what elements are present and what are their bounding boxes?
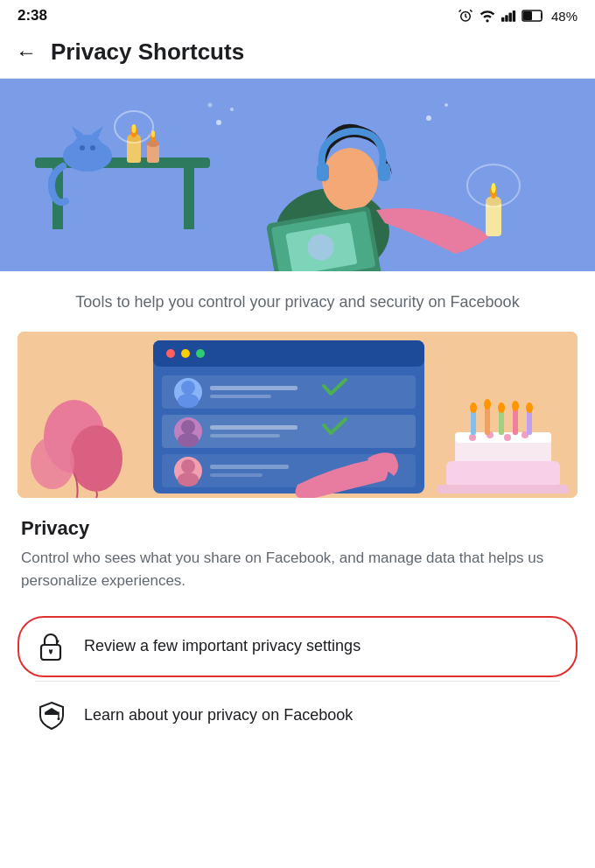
svg-point-41	[208, 103, 213, 108]
svg-point-25	[151, 130, 155, 137]
svg-point-16	[90, 145, 95, 150]
nav-bar: ← Privacy Shortcuts	[0, 30, 595, 79]
svg-point-27	[322, 148, 378, 211]
svg-rect-71	[210, 473, 262, 477]
svg-rect-70	[210, 465, 289, 469]
svg-rect-82	[513, 409, 518, 435]
svg-point-15	[80, 145, 85, 150]
svg-point-43	[444, 103, 448, 107]
page-title: Privacy Shortcuts	[51, 38, 244, 66]
privacy-title: Privacy	[21, 517, 574, 540]
svg-rect-3	[508, 13, 511, 22]
svg-point-51	[166, 349, 175, 358]
svg-point-53	[196, 349, 205, 358]
svg-rect-83	[527, 410, 532, 435]
back-button[interactable]: ←	[16, 40, 37, 65]
svg-rect-50	[153, 340, 424, 367]
svg-rect-59	[210, 395, 271, 398]
svg-point-37	[492, 183, 496, 193]
svg-point-56	[181, 381, 195, 395]
svg-point-42	[426, 116, 431, 121]
status-bar: 2:38 48%	[0, 0, 595, 30]
hero-banner	[0, 79, 595, 271]
privacy-section: Privacy Control who sees what you share …	[0, 498, 595, 607]
svg-point-68	[181, 459, 195, 473]
svg-point-40	[230, 108, 234, 111]
svg-point-77	[504, 434, 511, 441]
svg-rect-80	[485, 407, 490, 435]
action-divider	[35, 681, 560, 682]
svg-rect-79	[471, 410, 476, 435]
svg-point-47	[31, 437, 74, 489]
hero-illustration	[0, 79, 595, 271]
svg-rect-81	[499, 410, 504, 435]
review-settings-label: Review a few important privacy settings	[84, 636, 360, 656]
privacy-illustration	[18, 332, 578, 498]
svg-point-63	[178, 433, 199, 447]
svg-point-52	[181, 349, 190, 358]
signal-icon	[501, 9, 516, 23]
review-settings-item[interactable]: Review a few important privacy settings	[18, 616, 578, 677]
svg-rect-28	[317, 164, 329, 181]
learn-privacy-item[interactable]: Learn about your privacy on Facebook	[18, 685, 578, 746]
svg-point-62	[181, 420, 195, 434]
svg-rect-1	[501, 18, 504, 22]
svg-rect-73	[446, 461, 560, 487]
svg-rect-65	[210, 434, 280, 438]
svg-point-46	[70, 425, 122, 492]
svg-rect-2	[505, 15, 508, 22]
privacy-card-illustration	[18, 332, 578, 498]
battery-percent: 48%	[551, 9, 578, 24]
graduation-shield-icon	[35, 699, 68, 732]
svg-point-84	[470, 402, 477, 413]
svg-point-12	[72, 135, 103, 163]
subtitle-text: Tools to help you control your privacy a…	[35, 290, 560, 314]
status-time: 2:38	[18, 7, 47, 24]
svg-point-88	[526, 402, 533, 413]
lock-heart-icon	[35, 630, 68, 663]
wifi-icon	[479, 9, 496, 23]
svg-point-20	[132, 124, 136, 133]
svg-rect-29	[378, 164, 390, 181]
svg-point-86	[498, 402, 505, 413]
action-list: Review a few important privacy settings …	[0, 607, 595, 764]
svg-point-69	[178, 472, 199, 486]
subtitle-section: Tools to help you control your privacy a…	[0, 271, 595, 332]
svg-point-57	[178, 394, 199, 408]
alarm-icon	[458, 8, 473, 24]
svg-point-39	[216, 120, 221, 125]
battery-icon	[522, 9, 546, 23]
learn-privacy-label: Learn about your privacy on Facebook	[84, 705, 353, 725]
svg-point-93	[58, 718, 60, 720]
svg-rect-89	[438, 485, 569, 494]
status-icons: 48%	[458, 8, 578, 24]
svg-point-87	[512, 401, 519, 411]
svg-rect-4	[513, 10, 515, 22]
svg-rect-6	[523, 11, 532, 20]
svg-point-85	[484, 399, 491, 410]
svg-point-75	[469, 434, 476, 441]
svg-rect-58	[210, 386, 298, 390]
svg-rect-64	[210, 425, 298, 430]
privacy-description: Control who sees what you share on Faceb…	[21, 547, 574, 593]
svg-rect-10	[184, 168, 194, 229]
